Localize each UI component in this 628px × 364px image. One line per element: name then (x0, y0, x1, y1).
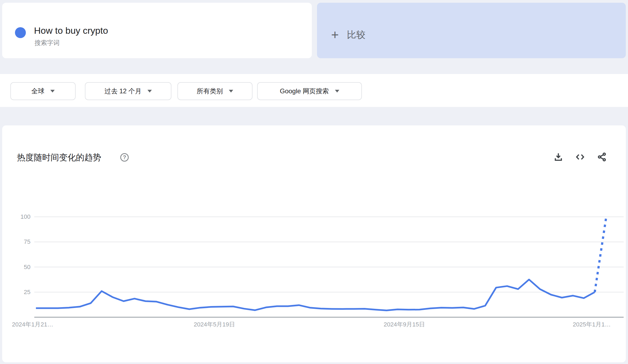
y-axis-tick-label: 50 (6, 264, 30, 271)
chevron-down-icon (50, 90, 55, 92)
search-type-filter-label: Google 网页搜索 (280, 87, 329, 95)
time-range-filter-label: 过去 12 个月 (104, 87, 141, 95)
trend-line (36, 280, 595, 310)
trend-line-partial-dotted (595, 217, 606, 292)
category-filter-label: 所有类别 (197, 87, 223, 95)
series-color-dot (15, 27, 26, 38)
search-term-type: 搜索字词 (35, 39, 60, 47)
x-axis-tick-label: 2024年1月21… (12, 320, 53, 329)
x-axis-tick-label: 2024年5月19日 (194, 320, 235, 329)
chevron-down-icon (147, 90, 152, 92)
y-axis-tick-label: 75 (6, 238, 30, 245)
x-axis-tick-label: 2024年9月15日 (384, 320, 425, 329)
trend-chart-svg[interactable] (2, 125, 626, 362)
compare-label: 比较 (347, 29, 365, 41)
region-filter-label: 全球 (31, 87, 44, 95)
category-filter-dropdown[interactable]: 所有类别 (177, 82, 253, 100)
interest-over-time-card: 热度随时间变化的趋势 ? 25 (2, 125, 626, 362)
search-term-title: How to buy crypto (34, 25, 108, 36)
y-axis-tick-label: 100 (6, 213, 30, 220)
region-filter-dropdown[interactable]: 全球 (10, 82, 76, 100)
y-axis-tick-label: 25 (6, 289, 30, 296)
add-comparison-card[interactable]: + 比较 (317, 3, 626, 58)
x-axis-tick-label: 2025年1月1… (573, 320, 611, 329)
chevron-down-icon (335, 90, 339, 92)
chevron-down-icon (229, 90, 233, 92)
plus-icon: + (331, 29, 339, 41)
add-comparison-inner: + 比较 (331, 28, 365, 41)
search-type-filter-dropdown[interactable]: Google 网页搜索 (257, 82, 362, 100)
search-term-card[interactable]: How to buy crypto 搜索字词 (2, 3, 312, 58)
filter-bar: 全球 过去 12 个月 所有类别 Google 网页搜索 (0, 74, 628, 107)
time-range-filter-dropdown[interactable]: 过去 12 个月 (85, 82, 171, 100)
